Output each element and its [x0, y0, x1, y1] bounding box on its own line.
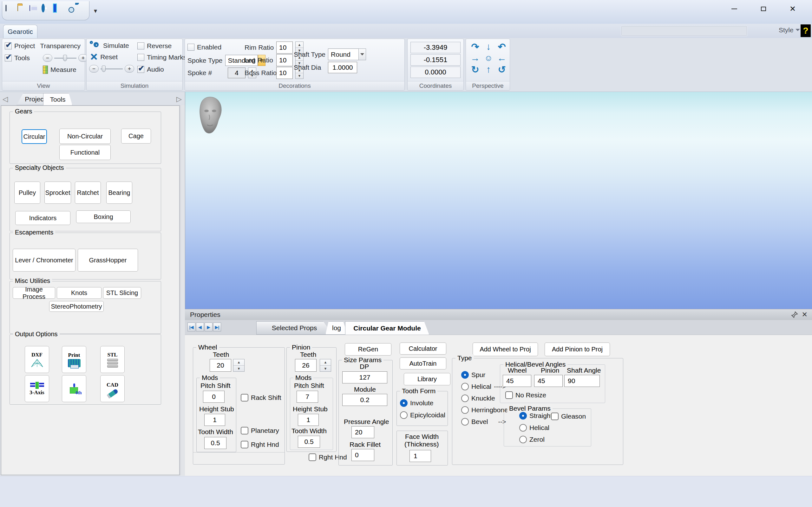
transparency-slider[interactable] [54, 58, 77, 59]
pan-left-icon[interactable]: ← [495, 52, 508, 64]
wheel-pitch-shift-field[interactable] [203, 391, 224, 403]
rotate-cw-top-icon[interactable]: ↷ [468, 41, 482, 52]
gleason-checkbox[interactable] [551, 412, 559, 420]
grasshopper-button[interactable]: GrassHopper [78, 249, 138, 272]
rotate-ccw-top-icon[interactable]: ↶ [495, 41, 508, 52]
camera-icon[interactable] [66, 5, 77, 16]
wheel-height-stub-field[interactable] [204, 414, 225, 426]
rack-shift-checkbox[interactable] [241, 394, 248, 401]
toolbar-overflow-icon[interactable]: ▾ [94, 7, 97, 14]
reverse-checkbox[interactable] [137, 43, 144, 49]
transparency-minus-button[interactable]: – [43, 54, 52, 62]
functional-button[interactable]: Functional [59, 145, 111, 160]
new-document-icon[interactable] [5, 5, 16, 16]
speed-plus-button[interactable]: + [125, 65, 134, 72]
close-button[interactable]: ✕ [785, 3, 800, 15]
circular-button[interactable]: Circular [21, 129, 47, 144]
tab-nav-next-icon[interactable]: ▶ [205, 323, 212, 331]
project-checkbox[interactable] [5, 43, 12, 49]
tab-gearotic[interactable]: Gearotic [3, 25, 38, 38]
calculator-button[interactable]: Calculator [400, 343, 446, 354]
rotate-cw-bottom-icon[interactable]: ↻ [468, 64, 482, 75]
selection-frame-icon[interactable] [54, 5, 64, 16]
shaft-type-combo[interactable]: Round [328, 49, 366, 60]
rotate-ccw-bottom-icon[interactable]: ↺ [495, 64, 508, 75]
style-dropdown-icon[interactable] [796, 29, 800, 33]
non-circular-button[interactable]: Non-Circular [59, 129, 111, 144]
settings-gear-icon[interactable] [42, 5, 52, 16]
shaft-dia-field[interactable]: 1.0000 [328, 62, 357, 73]
dp-field[interactable] [342, 372, 387, 383]
pinion-height-stub-field[interactable] [298, 414, 319, 426]
print-output-button[interactable]: Print [62, 346, 86, 373]
angles-pinion-field[interactable] [534, 375, 563, 387]
wheel-rght-hnd-checkbox[interactable] [241, 441, 248, 448]
ratchet-button[interactable]: Ratchet [75, 181, 101, 204]
side-panel-scrollbar[interactable] [181, 105, 185, 475]
axis3-output-button[interactable]: 3-Axis [25, 375, 49, 402]
tab-tools[interactable]: Tools [43, 93, 72, 105]
open-folder-icon[interactable] [17, 5, 28, 16]
tab-scroll-left-icon[interactable]: ◁ [3, 95, 8, 103]
minimize-button[interactable] [727, 3, 742, 15]
tab-nav-first-icon[interactable]: |◀ [188, 323, 195, 331]
maximize-button[interactable] [756, 3, 771, 15]
epicylcoidal-radio[interactable] [400, 411, 408, 419]
planetary-checkbox[interactable] [241, 427, 248, 435]
zerol-radio[interactable] [519, 436, 527, 443]
sprocket-button[interactable]: Sprocket [44, 181, 71, 204]
tab-selected-props[interactable]: Selected Props [256, 321, 333, 335]
stl-slicing-button[interactable]: STL Slicing [103, 287, 141, 299]
add-pinion-to-proj-button[interactable]: Add Pinion to Proj [545, 343, 610, 356]
pin-icon[interactable] [791, 311, 798, 320]
leg-ratio-field[interactable]: 10 [276, 54, 293, 66]
cage-button[interactable]: Cage [121, 129, 151, 144]
wheel-tooth-width-field[interactable] [204, 437, 226, 449]
knuckle-radio[interactable] [461, 395, 469, 402]
regen-button[interactable]: ReGen [345, 343, 392, 355]
angles-wheel-field[interactable] [503, 375, 531, 387]
film-reel-icon[interactable] [78, 5, 89, 16]
timing-marks-checkbox[interactable] [137, 54, 144, 61]
pulley-button[interactable]: Pulley [14, 181, 40, 204]
boxing-button[interactable]: Boxing [76, 210, 131, 223]
pressure-angle-field[interactable] [351, 426, 374, 438]
helical-radio[interactable] [461, 383, 469, 390]
pinion-tooth-width-field[interactable] [298, 436, 320, 448]
pinion-rght-hnd-checkbox[interactable] [309, 453, 316, 461]
image-process-button[interactable]: Image Process [13, 287, 55, 299]
knots-button[interactable]: Knots [57, 287, 101, 299]
speed-minus-button[interactable]: – [89, 65, 99, 72]
library-button[interactable]: Library [404, 373, 450, 385]
pinion-teeth-spinner[interactable]: ▲▼ [320, 359, 331, 372]
pinion-pitch-shift-field[interactable] [297, 391, 318, 403]
measure-button[interactable]: Measure [50, 66, 77, 73]
rack-fillet-field[interactable] [351, 449, 374, 461]
wheel-teeth-field[interactable] [210, 359, 231, 372]
wheel-teeth-spinner[interactable]: ▲▼ [233, 359, 245, 372]
dxf-output-button[interactable]: DXF [25, 346, 49, 373]
bevel-helical-radio[interactable] [519, 424, 527, 432]
stl-output-button[interactable]: STL [100, 346, 125, 373]
pan-down-icon[interactable]: ↓ [482, 41, 495, 52]
tab-scroll-right-icon[interactable]: ▷ [176, 95, 182, 103]
tools-checkbox[interactable] [5, 55, 12, 61]
face-width-field[interactable] [409, 450, 431, 462]
module-field[interactable] [342, 394, 387, 406]
lever-chronometer-button[interactable]: Lever / Chronometer [13, 249, 75, 272]
speed-slider[interactable] [101, 68, 123, 69]
add-wheel-to-proj-button[interactable]: Add Wheel to Proj [473, 343, 538, 356]
enabled-checkbox[interactable] [188, 44, 194, 51]
straight-radio[interactable] [519, 412, 527, 419]
indicators-button[interactable]: Indicators [15, 211, 70, 225]
tab-circular-gear-module[interactable]: Circular Gear Module [345, 321, 429, 335]
angles-shaft-field[interactable] [564, 375, 600, 387]
bearing-button[interactable]: Bearing [106, 181, 132, 204]
spoke-num-field[interactable]: 4 [228, 67, 246, 78]
face-view-icon[interactable]: ☺ [482, 52, 495, 64]
style-label[interactable]: Style [779, 26, 794, 34]
pinion-teeth-field[interactable] [295, 359, 316, 372]
properties-close-icon[interactable]: ✕ [802, 311, 808, 319]
reset-button[interactable]: Reset [100, 53, 118, 61]
boss-ratio-field[interactable]: 10 [276, 67, 293, 79]
